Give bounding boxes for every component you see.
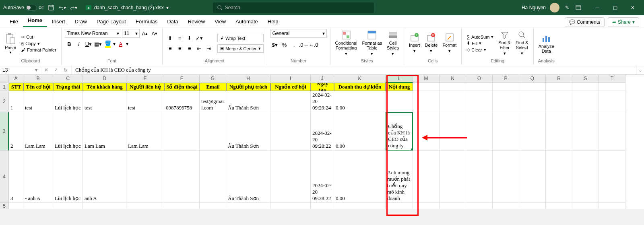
share-button[interactable]: ➦ Share ▾ bbox=[608, 17, 639, 27]
pen-icon[interactable]: ✎ bbox=[564, 4, 571, 11]
col-header[interactable]: O bbox=[466, 75, 493, 83]
cell[interactable]: anh A bbox=[83, 151, 126, 203]
font-color-button[interactable]: A bbox=[116, 39, 125, 48]
cell[interactable]: Người phụ trách bbox=[226, 83, 270, 91]
cell[interactable] bbox=[386, 91, 413, 112]
format-as-table-button[interactable]: Format as Table▾ bbox=[361, 29, 384, 57]
cell[interactable] bbox=[413, 151, 440, 203]
align-top-icon[interactable]: ⬆ bbox=[166, 34, 175, 43]
cell[interactable] bbox=[519, 112, 546, 151]
cell[interactable]: Lam Lam bbox=[23, 112, 53, 151]
cell[interactable] bbox=[599, 151, 625, 203]
comma-button[interactable]: , bbox=[290, 40, 299, 49]
cell[interactable]: Lùi lịch học bbox=[53, 151, 83, 203]
col-header[interactable]: H bbox=[226, 75, 270, 83]
cell-styles-button[interactable]: Cell Styles▾ bbox=[385, 29, 400, 57]
fill-color-button[interactable]: 🪣 bbox=[103, 39, 112, 48]
increase-font-icon[interactable]: A▴ bbox=[140, 29, 149, 38]
cell[interactable]: Âu Thành Sơn bbox=[226, 91, 270, 112]
cell[interactable] bbox=[572, 203, 599, 209]
cell[interactable] bbox=[493, 112, 519, 151]
col-header[interactable]: A bbox=[9, 75, 23, 83]
cell[interactable]: 3 bbox=[9, 151, 23, 203]
col-header[interactable]: T bbox=[599, 75, 625, 83]
cell[interactable] bbox=[126, 151, 164, 203]
align-bottom-icon[interactable]: ⬇ bbox=[185, 34, 194, 43]
tab-review[interactable]: Review bbox=[183, 16, 210, 27]
underline-button[interactable]: U▾ bbox=[84, 39, 93, 48]
col-header[interactable]: C bbox=[53, 75, 83, 83]
cell[interactable]: 2024-02-20 09:28:22 bbox=[311, 151, 334, 203]
expand-formula-icon[interactable]: ⌄ bbox=[636, 65, 644, 74]
col-header[interactable]: G bbox=[200, 75, 226, 83]
close-button[interactable]: ✕ bbox=[625, 2, 641, 14]
cell[interactable] bbox=[413, 112, 440, 151]
cell[interactable] bbox=[519, 83, 546, 91]
cell[interactable]: Lam Lam bbox=[83, 112, 126, 151]
cell[interactable]: Chồng của KH là CEO của công ty bbox=[386, 112, 413, 151]
cell[interactable] bbox=[23, 203, 53, 209]
cell[interactable]: Lam Lam bbox=[126, 112, 164, 151]
cell[interactable] bbox=[572, 151, 599, 203]
cell[interactable]: Doanh thu dự kiến bbox=[334, 83, 386, 91]
fill-button[interactable]: ⬇ Fill ▾ bbox=[465, 40, 495, 46]
cell[interactable]: 0.00 bbox=[334, 151, 386, 203]
cell[interactable]: test bbox=[126, 91, 164, 112]
maximize-button[interactable]: ▢ bbox=[607, 2, 623, 14]
fx-icon[interactable]: fx bbox=[63, 67, 68, 73]
cell[interactable] bbox=[493, 151, 519, 203]
col-header[interactable]: E bbox=[126, 75, 164, 83]
tab-data[interactable]: Data bbox=[162, 16, 183, 27]
ribbon-display-icon[interactable] bbox=[575, 4, 582, 11]
cell[interactable]: Lùi lịch học bbox=[53, 91, 83, 112]
cell[interactable] bbox=[440, 91, 466, 112]
clear-button[interactable]: ◇ Clear ▾ bbox=[465, 47, 495, 53]
cell[interactable] bbox=[440, 151, 466, 203]
cell[interactable] bbox=[546, 91, 572, 112]
autosum-button[interactable]: ∑ AutoSum ▾ bbox=[465, 34, 495, 40]
cell[interactable] bbox=[519, 91, 546, 112]
cell[interactable]: 2024-02-20 09:29:24 bbox=[311, 91, 334, 112]
cell[interactable]: Nguồn cơ hội bbox=[270, 83, 311, 91]
cell[interactable] bbox=[493, 91, 519, 112]
cancel-icon[interactable]: ✕ bbox=[43, 67, 49, 73]
cell[interactable] bbox=[466, 91, 493, 112]
tab-pagelayout[interactable]: Page Layout bbox=[92, 16, 131, 27]
cell[interactable] bbox=[413, 203, 440, 209]
dec-decimal-button[interactable]: ←.0 bbox=[309, 40, 318, 49]
cell[interactable] bbox=[572, 112, 599, 151]
comments-button[interactable]: 💬 Comments bbox=[565, 17, 605, 27]
cell[interactable] bbox=[546, 203, 572, 209]
cell[interactable]: Tên cơ hội bbox=[23, 83, 53, 91]
file-title[interactable]: X danh_sach_khach_hang (2).xlsx ▾ bbox=[85, 4, 169, 11]
redo-icon[interactable]: ▾ bbox=[70, 4, 77, 11]
cell[interactable] bbox=[83, 203, 126, 209]
spreadsheet-grid[interactable]: ABCDEFGHIJKLMNOPQRST1STTTên cơ hộiTrạng … bbox=[0, 75, 644, 209]
cell[interactable]: Tên khách hàng bbox=[83, 83, 126, 91]
cell[interactable] bbox=[546, 112, 572, 151]
sort-filter-button[interactable]: Sort & Filter▾ bbox=[497, 30, 512, 57]
cell[interactable] bbox=[386, 203, 413, 209]
cell[interactable]: Anh mong muốn phát triển quy mô kinh doa… bbox=[386, 151, 413, 203]
merge-center-button[interactable]: ⊞ Merge & Center ▾ bbox=[217, 44, 264, 53]
cell[interactable] bbox=[546, 83, 572, 91]
cell[interactable] bbox=[440, 203, 466, 209]
cell[interactable] bbox=[493, 83, 519, 91]
cell[interactable] bbox=[270, 203, 311, 209]
cell[interactable] bbox=[546, 151, 572, 203]
col-header[interactable]: P bbox=[493, 75, 519, 83]
format-cells-button[interactable]: Format▾ bbox=[441, 32, 458, 54]
cell[interactable] bbox=[466, 112, 493, 151]
enter-icon[interactable]: ✓ bbox=[53, 67, 59, 73]
cell[interactable] bbox=[200, 203, 226, 209]
wrap-text-button[interactable]: ↲ Wrap Text bbox=[217, 34, 264, 42]
cell[interactable] bbox=[9, 203, 23, 209]
inc-decimal-button[interactable]: .0→ bbox=[299, 40, 308, 49]
align-center-icon[interactable]: ≡ bbox=[175, 44, 184, 53]
cell[interactable] bbox=[53, 203, 83, 209]
align-right-icon[interactable]: ≡ bbox=[185, 44, 194, 53]
cell[interactable]: Số điện thoại bbox=[164, 83, 200, 91]
cell[interactable]: test@gmail.com bbox=[200, 91, 226, 112]
cell[interactable] bbox=[164, 203, 200, 209]
cell[interactable] bbox=[493, 203, 519, 209]
